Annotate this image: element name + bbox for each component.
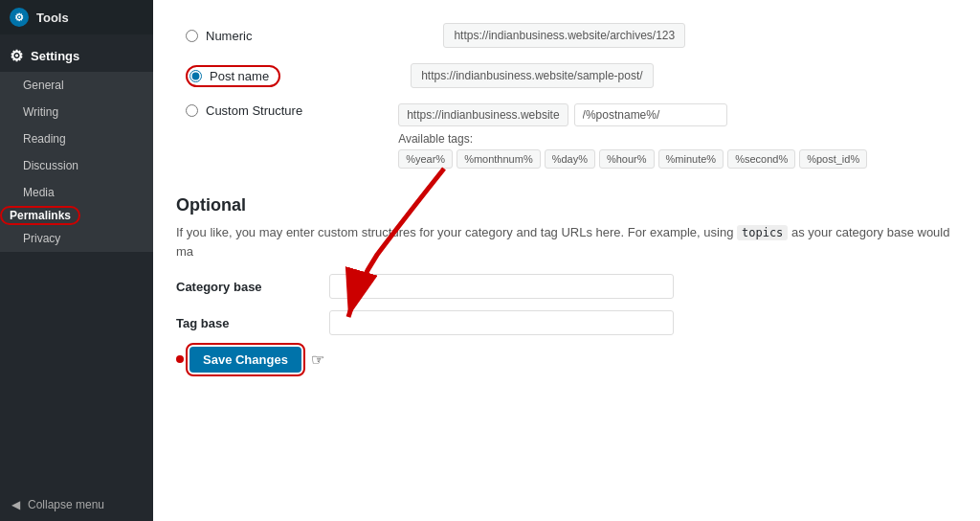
- settings-header-item[interactable]: ⚙ Settings: [0, 40, 153, 72]
- sidebar-item-permalinks[interactable]: Permalinks: [0, 206, 153, 225]
- custom-structure-radio[interactable]: [186, 104, 198, 117]
- sidebar-item-writing[interactable]: Writing: [0, 99, 153, 125]
- settings-section: ⚙ Settings General Writing Reading Discu…: [0, 34, 153, 258]
- sidebar-item-discussion[interactable]: Discussion: [0, 152, 153, 179]
- optional-title: Optional: [176, 195, 957, 215]
- sidebar-tools-header[interactable]: ⚙ Tools: [0, 0, 153, 34]
- category-base-label: Category base: [176, 280, 310, 294]
- post-name-highlight-circle: Post name: [186, 65, 280, 87]
- custom-structure-label: Custom Structure: [206, 103, 302, 118]
- tag-base-row: Tag base: [176, 310, 957, 335]
- optional-description: If you like, you may enter custom struct…: [176, 223, 957, 260]
- sidebar-item-general[interactable]: General: [0, 72, 153, 99]
- post-name-radio[interactable]: [189, 70, 202, 82]
- numeric-option-row: Numeric https://indianbusiness.website/a…: [176, 15, 957, 56]
- tools-icon: ⚙: [10, 8, 29, 27]
- tag-hour[interactable]: %hour%: [599, 149, 655, 169]
- custom-radio-group: Custom Structure: [186, 103, 302, 118]
- numeric-radio[interactable]: [186, 30, 198, 42]
- save-changes-button[interactable]: Save Changes: [189, 347, 301, 373]
- available-tags-label: Available tags:: [398, 132, 867, 146]
- custom-structure-option-row: Custom Structure https://indianbusiness.…: [176, 96, 957, 176]
- tag-day[interactable]: %day%: [545, 149, 595, 169]
- writing-label: Writing: [23, 105, 58, 119]
- custom-url-base: https://indianbusiness.website: [398, 103, 568, 126]
- media-label: Media: [23, 186, 55, 199]
- red-dot-indicator: [176, 355, 184, 363]
- discussion-label: Discussion: [23, 159, 78, 172]
- reading-label: Reading: [23, 132, 66, 146]
- numeric-url: https://indianbusiness.website/archives/…: [443, 23, 685, 48]
- collapse-menu-button[interactable]: ◀ Collapse menu: [0, 488, 153, 521]
- post-name-option-row: Post name https://indianbusiness.website…: [176, 56, 957, 96]
- sidebar-item-media[interactable]: Media: [0, 179, 153, 206]
- tag-second[interactable]: %second%: [727, 149, 795, 169]
- tag-post-id[interactable]: %post_id%: [799, 149, 867, 169]
- tags-row: %year% %monthnum% %day% %hour% %minute% …: [398, 149, 867, 169]
- numeric-label: Numeric: [206, 29, 252, 43]
- custom-url-input[interactable]: [574, 103, 727, 126]
- post-name-url: https://indianbusiness.website/sample-po…: [411, 63, 653, 88]
- sidebar-item-reading[interactable]: Reading: [0, 125, 153, 152]
- category-base-input[interactable]: [329, 274, 674, 299]
- post-name-label: Post name: [210, 69, 269, 83]
- collapse-label: Collapse menu: [28, 498, 104, 511]
- arrow-annotation: Category base Tag base Save Changes ☞: [176, 274, 957, 373]
- save-area: Save Changes ☞: [176, 347, 957, 373]
- permalinks-highlight[interactable]: Permalinks: [0, 206, 80, 225]
- settings-label: Settings: [31, 49, 79, 63]
- cursor-icon: ☞: [311, 351, 324, 369]
- settings-submenu: General Writing Reading Discussion Media…: [0, 72, 153, 252]
- numeric-radio-group: Numeric: [186, 29, 252, 43]
- tools-label: Tools: [36, 11, 69, 25]
- sidebar-item-privacy[interactable]: Privacy: [0, 225, 153, 252]
- custom-structure-inputs: https://indianbusiness.website Available…: [398, 103, 867, 169]
- tag-monthnum[interactable]: %monthnum%: [457, 149, 541, 169]
- main-content: Numeric https://indianbusiness.website/a…: [153, 0, 980, 521]
- optional-section: Optional If you like, you may enter cust…: [176, 195, 957, 373]
- tag-base-label: Tag base: [176, 316, 310, 330]
- tag-base-input[interactable]: [329, 310, 674, 335]
- tag-minute[interactable]: %minute%: [658, 149, 724, 169]
- custom-url-inline: https://indianbusiness.website: [398, 103, 867, 126]
- settings-icon: ⚙: [10, 47, 23, 65]
- permalinks-label: Permalinks: [10, 209, 71, 222]
- collapse-icon: ◀: [11, 498, 20, 511]
- category-base-row: Category base: [176, 274, 957, 299]
- general-label: General: [23, 79, 64, 92]
- topics-example: topics: [737, 225, 788, 240]
- privacy-label: Privacy: [23, 232, 60, 245]
- sidebar: ⚙ Tools ⚙ Settings General Writing Readi…: [0, 0, 153, 521]
- tag-year[interactable]: %year%: [398, 149, 453, 169]
